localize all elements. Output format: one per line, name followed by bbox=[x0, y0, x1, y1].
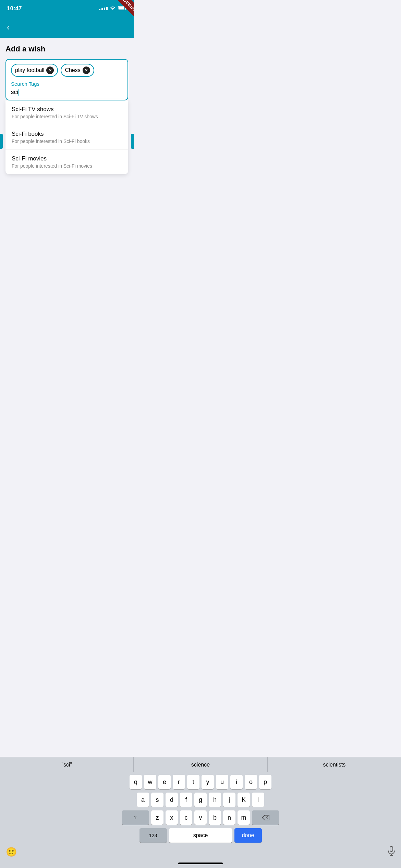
tag-chess-remove[interactable] bbox=[83, 67, 90, 74]
tags-container: play football Chess bbox=[11, 64, 123, 77]
text-cursor bbox=[19, 89, 19, 96]
dropdown-item-0-desc: For people interested in Sci-Fi TV shows bbox=[12, 114, 122, 119]
search-input-text[interactable]: sci bbox=[11, 89, 18, 96]
status-time: 10:47 bbox=[7, 5, 22, 12]
dropdown-item-2-desc: For people interested in Sci-Fi movies bbox=[12, 163, 122, 169]
dropdown-item-1-desc: For people interested in Sci-Fi books bbox=[12, 138, 122, 144]
page-title: Add a wish bbox=[5, 45, 128, 53]
dropdown-item-1[interactable]: Sci-Fi books For people interested in Sc… bbox=[5, 125, 128, 150]
dropdown-item-0[interactable]: Sci-Fi TV shows For people interested in… bbox=[5, 100, 128, 125]
dropdown-item-0-title: Sci-Fi TV shows bbox=[12, 106, 122, 113]
tag-football[interactable]: play football bbox=[11, 64, 58, 77]
search-input-row[interactable]: sci bbox=[11, 89, 123, 96]
main-content: Add a wish play football Chess Search Ta… bbox=[0, 38, 134, 174]
tag-football-label: play football bbox=[15, 67, 44, 73]
debug-label: DEBUG bbox=[117, 0, 134, 19]
tag-chess-label: Chess bbox=[65, 67, 80, 73]
tag-chess[interactable]: Chess bbox=[61, 64, 94, 77]
search-box[interactable]: play football Chess Search Tags sci bbox=[5, 59, 128, 100]
tag-football-remove[interactable] bbox=[46, 67, 54, 74]
signal-icon bbox=[99, 7, 108, 10]
search-dropdown: Sci-Fi TV shows For people interested in… bbox=[5, 100, 128, 174]
side-tab-right bbox=[131, 134, 134, 149]
back-button[interactable]: ‹ bbox=[7, 23, 10, 32]
dropdown-item-1-title: Sci-Fi books bbox=[12, 131, 122, 137]
search-tags-label: Search Tags bbox=[11, 81, 123, 87]
side-tab-left bbox=[0, 134, 3, 149]
dropdown-item-2[interactable]: Sci-Fi movies For people interested in S… bbox=[5, 150, 128, 174]
dropdown-item-2-title: Sci-Fi movies bbox=[12, 155, 122, 162]
debug-ribbon: DEBUG bbox=[110, 0, 134, 24]
